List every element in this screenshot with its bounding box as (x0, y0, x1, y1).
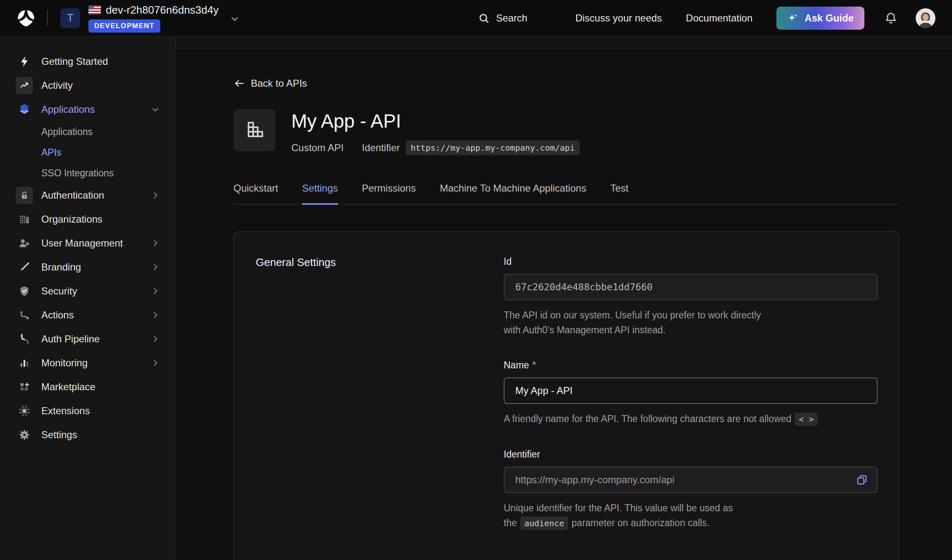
user-avatar[interactable] (916, 8, 935, 28)
lightning-icon (16, 53, 33, 70)
audience-chip: audience (520, 517, 568, 530)
search-icon (478, 12, 490, 24)
sidebar-item-user-management[interactable]: User Management (0, 231, 175, 255)
auth0-logo-icon[interactable] (17, 8, 36, 28)
pipeline-icon (16, 330, 33, 348)
documentation-link[interactable]: Documentation (686, 12, 752, 24)
grid-plus-icon (16, 378, 33, 396)
blocks-icon (243, 118, 267, 142)
tab-test[interactable]: Test (610, 183, 628, 205)
sidebar-item-marketplace[interactable]: Marketplace (0, 375, 175, 399)
section-title: General Settings (256, 256, 504, 269)
sidebar-item-activity[interactable]: Activity (0, 74, 175, 97)
sidebar-item-auth-pipeline[interactable]: Auth Pipeline (0, 327, 175, 351)
tab-quickstart[interactable]: Quickstart (233, 183, 278, 205)
sidebar-subitem-apis[interactable]: APIs (0, 142, 175, 163)
name-field-group: Name * A friendly name for the API. The … (504, 360, 878, 427)
activity-chart-icon (16, 77, 33, 94)
sparkle-icon (787, 12, 799, 24)
bar-chart-icon (16, 354, 33, 372)
required-asterisk: * (532, 360, 536, 371)
tab-bar: Quickstart Settings Permissions Machine … (233, 183, 899, 205)
sidebar-subitem-sso-integrations[interactable]: SSO Integrations (0, 163, 175, 183)
chevron-right-icon (150, 262, 160, 272)
top-navbar: T dev-r2h8076n6dns3d4y (0, 0, 952, 36)
id-help-text: The API id on our system. Useful if you … (504, 308, 768, 337)
sidebar-item-authentication[interactable]: Authentication (0, 183, 175, 207)
chevron-right-icon (150, 334, 160, 344)
api-header: My App - API Custom API Identifier https… (233, 109, 899, 155)
api-type-label: Custom API (291, 142, 344, 154)
main-content: Back to APIs My App - API (176, 36, 952, 560)
nav-divider (47, 10, 48, 26)
chevron-down-icon (150, 104, 160, 114)
back-arrow-icon (233, 78, 245, 89)
general-settings-card: General Settings Id The API id on our sy… (233, 231, 899, 560)
name-input[interactable] (504, 377, 878, 404)
name-help-text: A friendly name for the API. The followi… (504, 411, 878, 427)
lock-icon (16, 187, 33, 204)
sidebar-item-branding[interactable]: Branding (0, 255, 175, 279)
ask-guide-label: Ask Guide (804, 12, 854, 24)
id-input[interactable] (504, 274, 878, 300)
back-to-apis-link[interactable]: Back to APIs (233, 78, 307, 89)
sidebar: Getting Started Activity (0, 36, 176, 560)
chevron-right-icon (150, 310, 160, 320)
shield-check-icon (16, 282, 33, 300)
discuss-your-needs-link[interactable]: Discuss your needs (575, 12, 662, 24)
notifications-bell-icon[interactable] (884, 12, 897, 25)
sidebar-item-monitoring[interactable]: Monitoring (0, 351, 175, 375)
sidebar-item-security[interactable]: Security (0, 279, 175, 303)
sidebar-item-applications[interactable]: Applications (0, 97, 175, 121)
disallowed-chars-chip: < > (795, 413, 818, 426)
building-icon (16, 211, 33, 228)
identifier-label: Identifier (504, 449, 878, 460)
tenant-name: dev-r2h8076n6dns3d4y (106, 4, 219, 17)
sidebar-item-getting-started[interactable]: Getting Started (0, 50, 175, 74)
identifier-field-group: Identifier (504, 449, 878, 531)
us-flag-icon (88, 5, 101, 14)
copy-icon[interactable] (855, 473, 869, 486)
user-gear-icon (16, 235, 33, 252)
content-top-strip (176, 36, 952, 49)
api-logo (233, 109, 276, 151)
id-field-group: Id The API id on our system. Useful if y… (504, 256, 878, 337)
id-label: Id (504, 256, 878, 267)
gear-icon (16, 426, 33, 444)
chevron-right-icon (150, 190, 160, 200)
identifier-input[interactable] (504, 467, 878, 493)
chevron-right-icon (150, 286, 160, 296)
flow-icon (16, 306, 33, 324)
tab-machine-to-machine-applications[interactable]: Machine To Machine Applications (440, 183, 586, 205)
tab-settings[interactable]: Settings (302, 183, 338, 205)
sidebar-subitem-applications[interactable]: Applications (0, 121, 175, 142)
chip-icon (16, 402, 33, 420)
identifier-help-text: Unique identifier for the API. This valu… (504, 501, 801, 531)
layers-icon (16, 101, 33, 118)
tab-permissions[interactable]: Permissions (362, 183, 416, 205)
sidebar-item-settings[interactable]: Settings (0, 423, 175, 447)
paintbrush-icon (16, 259, 33, 276)
chevron-down-icon[interactable] (229, 14, 240, 26)
name-label: Name (504, 360, 529, 371)
search-button[interactable]: Search (478, 12, 527, 24)
sidebar-item-organizations[interactable]: Organizations (0, 207, 175, 231)
ask-guide-button[interactable]: Ask Guide (776, 7, 864, 30)
tenant-avatar[interactable]: T (60, 8, 80, 28)
tenant-switcher[interactable]: dev-r2h8076n6dns3d4y DEVELOPMENT (88, 4, 219, 33)
sidebar-item-actions[interactable]: Actions (0, 303, 175, 327)
page-title: My App - API (291, 110, 580, 132)
identifier-meta-label: Identifier (362, 142, 400, 154)
sidebar-item-extensions[interactable]: Extensions (0, 399, 175, 423)
identifier-chip: https://my-app.my-company.com/api (406, 140, 580, 155)
chevron-right-icon (150, 238, 160, 248)
chevron-right-icon (150, 358, 160, 368)
environment-badge: DEVELOPMENT (88, 19, 160, 33)
search-label: Search (496, 12, 527, 24)
